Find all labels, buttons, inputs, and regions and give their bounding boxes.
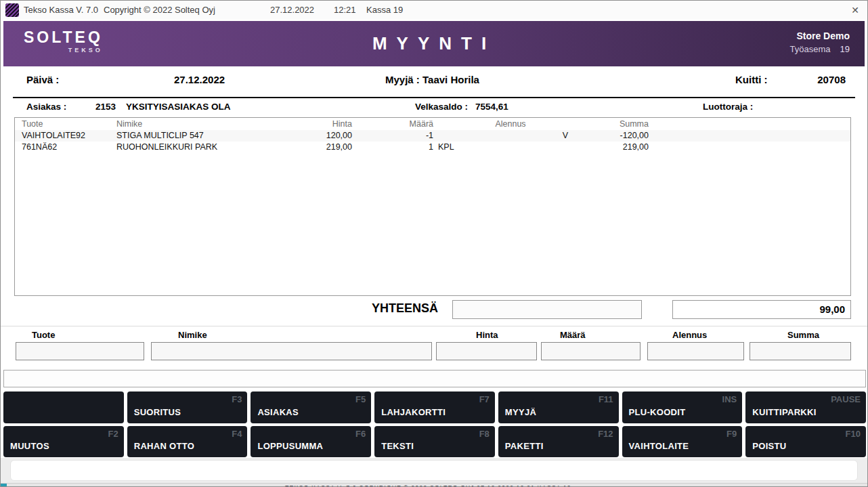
table-header-row: Tuote Nimike Hinta Määrä Alennus Summa xyxy=(15,118,850,130)
cell-maara: 1 xyxy=(352,142,433,153)
table-row[interactable]: 761NÄ62 RUOHONLEIKKURI PARK 219,00 1 KPL… xyxy=(15,142,850,153)
entry-label-tuote: Tuote xyxy=(32,330,55,340)
cell-summa: -120,00 xyxy=(573,130,649,142)
receipt-lines-table: Tuote Nimike Hinta Määrä Alennus Summa V… xyxy=(14,117,851,296)
main-area: SOLTEQ TEKSO MYYNTI Store Demo Työasema1… xyxy=(1,20,867,487)
asiakas-button[interactable]: ASIAKAS F5 xyxy=(251,391,371,423)
entry-label-summa: Summa xyxy=(787,330,819,340)
receipt-number: 20708 xyxy=(817,74,846,85)
lahjakortti-button[interactable]: LAHJAKORTTI F7 xyxy=(374,391,495,423)
window-title: Tekso Kassa V. 7.0 xyxy=(24,5,98,15)
titlebar-time: 12:21 xyxy=(334,5,356,15)
col-header-tuote: Tuote xyxy=(15,118,116,130)
debt-value: 7554,61 xyxy=(475,102,508,112)
cell-hinta: 219,00 xyxy=(245,142,352,153)
receipt-label: Kuitti : xyxy=(735,74,767,85)
customer-name: YKSITYISASIAKAS OLA xyxy=(126,102,231,112)
entry-field-hinta[interactable] xyxy=(436,342,537,360)
cell-unit xyxy=(433,130,463,142)
cell-nimike: RUOHONLEIKKURI PARK xyxy=(116,142,245,153)
cell-alennus xyxy=(463,130,558,142)
titlebar-register: Kassa 19 xyxy=(366,5,403,15)
cell-summa: 219,00 xyxy=(573,142,649,153)
table-row[interactable]: VAIHTOLAITE92 STIGA MULTICLIP 547 120,00… xyxy=(15,130,850,142)
title-bar: Tekso Kassa V. 7.0 Copyright © 2022 Solt… xyxy=(1,1,867,20)
date-label: Päivä : xyxy=(26,74,59,85)
cell-maara: -1 xyxy=(352,130,433,142)
store-name: Store Demo xyxy=(790,30,850,41)
cell-tuote: VAIHTOLAITE92 xyxy=(15,130,116,142)
myyja-button[interactable]: MYYJÄ F11 xyxy=(498,391,619,423)
total-amount: 99,00 xyxy=(672,300,851,319)
seller-value: Myyjä : Taavi Horila xyxy=(385,74,479,85)
message-display-box xyxy=(10,460,858,481)
customer-number: 2153 xyxy=(95,102,116,112)
teksti-button[interactable]: TEKSTI F8 xyxy=(374,426,495,457)
copyright-text: Copyright © 2022 Solteq Oyj xyxy=(104,5,215,15)
entry-field-summa[interactable] xyxy=(750,342,851,360)
entry-label-nimike: Nimike xyxy=(178,330,207,340)
col-header-summa: Summa xyxy=(573,118,649,130)
cell-nimike: STIGA MULTICLIP 547 xyxy=(116,130,245,142)
customer-info-row: Asiakas : 2153 YKSITYISASIAKAS OLA Velka… xyxy=(1,102,867,115)
rahan-otto-button[interactable]: RAHAN OTTO F4 xyxy=(127,426,248,457)
entry-label-maara: Määrä xyxy=(560,330,586,340)
sale-info-row: Päivä : 27.12.2022 Myyjä : Taavi Horila … xyxy=(1,74,867,91)
total-entry-field[interactable] xyxy=(452,300,642,319)
vaihtolaite-button[interactable]: VAIHTOLAITE F9 xyxy=(622,426,743,457)
clipped-status-strip: TEKSO KASSA V. 7.0 COPYRIGHT © 2022 SOLT… xyxy=(1,483,867,487)
clipped-status-text: TEKSO KASSA V. 7.0 COPYRIGHT © 2022 SOLT… xyxy=(285,484,571,487)
pos-window: Tekso Kassa V. 7.0 Copyright © 2022 Solt… xyxy=(0,0,868,487)
fkey-blank-button[interactable] xyxy=(3,391,124,423)
app-icon xyxy=(5,3,19,17)
titlebar-date: 27.12.2022 xyxy=(270,5,314,15)
entry-field-alennus[interactable] xyxy=(647,342,744,360)
workstation-label: Työasema xyxy=(790,44,831,54)
muutos-button[interactable]: MUUTOS F2 xyxy=(3,426,124,457)
entry-label-hinta: Hinta xyxy=(476,330,498,340)
close-icon[interactable]: ✕ xyxy=(846,1,865,19)
total-row: YHTEENSÄ 99,00 xyxy=(1,300,867,320)
taskbar-accent xyxy=(1,483,7,487)
credit-limit-label: Luottoraja : xyxy=(703,102,753,112)
workstation-number: 19 xyxy=(840,44,850,54)
entry-labels-row: Tuote Nimike Hinta Määrä Alennus Summa xyxy=(1,330,867,341)
total-label: YHTEENSÄ xyxy=(372,301,438,316)
cell-flag xyxy=(558,142,573,153)
kuittiparkki-button[interactable]: KUITTIPARKKI PAUSE xyxy=(745,391,866,423)
function-key-grid: SUORITUS F3 ASIAKAS F5 LAHJAKORTTI F7 MY… xyxy=(3,391,866,458)
entry-field-maara[interactable] xyxy=(541,342,641,360)
cell-tuote: 761NÄ62 xyxy=(15,142,116,153)
col-header-maara: Määrä xyxy=(352,118,433,130)
date-value: 27.12.2022 xyxy=(174,74,225,85)
col-header-nimike: Nimike xyxy=(116,118,245,130)
entry-field-nimike[interactable] xyxy=(151,342,432,360)
divider-line xyxy=(13,97,855,98)
page-title: MYYNTI xyxy=(3,33,865,54)
cell-unit: KPL xyxy=(433,142,463,153)
paketti-button[interactable]: PAKETTI F12 xyxy=(498,426,619,457)
scan-input-bar[interactable] xyxy=(3,370,866,387)
suoritus-button[interactable]: SUORITUS F3 xyxy=(127,391,248,423)
section-divider xyxy=(1,326,867,326)
entry-label-alennus: Alennus xyxy=(672,330,707,340)
debt-label: Velkasaldo : xyxy=(415,102,468,112)
poistu-button[interactable]: POISTU F10 xyxy=(745,426,866,457)
cell-alennus xyxy=(463,142,558,153)
col-header-alennus: Alennus xyxy=(463,118,558,130)
col-header-hinta: Hinta xyxy=(245,118,352,130)
entry-field-tuote[interactable] xyxy=(16,342,144,360)
loppusumma-button[interactable]: LOPPUSUMMA F6 xyxy=(251,426,371,457)
cell-flag: V xyxy=(558,130,573,142)
cell-hinta: 120,00 xyxy=(245,130,352,142)
footer-area: TEKSO KASSA V. 7.0 COPYRIGHT © 2022 SOLT… xyxy=(1,458,867,487)
plu-koodit-button[interactable]: PLU-KOODIT INS xyxy=(622,391,743,423)
store-info: Store Demo Työasema19 xyxy=(790,30,850,54)
brand-bar: SOLTEQ TEKSO MYYNTI Store Demo Työasema1… xyxy=(3,21,865,66)
customer-label: Asiakas : xyxy=(26,102,66,112)
